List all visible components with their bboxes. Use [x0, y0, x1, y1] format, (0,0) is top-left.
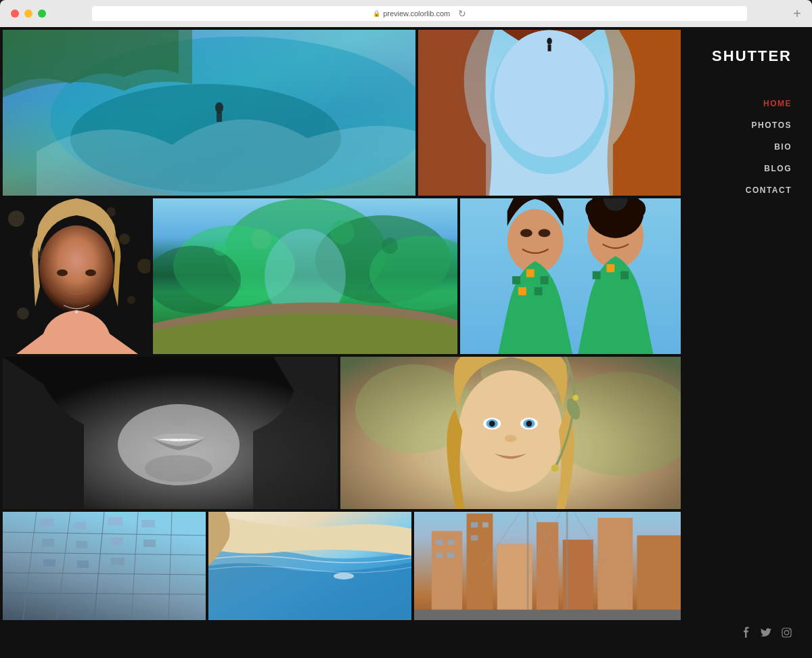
photo-cell-4-3[interactable]: [414, 512, 681, 620]
svg-rect-110: [436, 553, 443, 558]
traffic-light-yellow[interactable]: [24, 9, 32, 18]
photo-cell-2-1[interactable]: [3, 198, 150, 354]
gallery-row-1: [3, 30, 681, 196]
svg-rect-39: [541, 276, 549, 284]
photo-1-2-svg: [418, 30, 681, 196]
refresh-button[interactable]: ↻: [458, 8, 466, 19]
traffic-light-red[interactable]: [11, 9, 19, 18]
svg-rect-114: [471, 535, 478, 541]
svg-point-16: [17, 307, 29, 320]
twitter-icon[interactable]: [761, 627, 771, 638]
svg-point-34: [214, 242, 227, 256]
gallery-row-3: [3, 357, 681, 509]
svg-rect-112: [471, 522, 478, 527]
nav-item-blog[interactable]: BLOG: [764, 164, 792, 173]
svg-point-33: [382, 238, 398, 254]
svg-point-22: [85, 269, 96, 276]
svg-point-15: [127, 296, 135, 304]
photo-2-1-svg: [3, 198, 150, 354]
svg-point-66: [459, 370, 562, 491]
svg-rect-41: [535, 287, 543, 295]
app-container: SHUTTER HOME PHOTOS BIO BLOG CONTACT: [0, 27, 812, 658]
svg-rect-90: [141, 520, 155, 527]
gallery-row-4: [3, 512, 681, 620]
traffic-light-green[interactable]: [38, 9, 46, 18]
svg-rect-5: [217, 112, 222, 122]
svg-rect-113: [482, 522, 489, 527]
instagram-icon[interactable]: [781, 627, 792, 638]
photo-4-3-svg: [414, 512, 681, 620]
photo-cell-2-3[interactable]: [460, 198, 681, 354]
svg-point-123: [784, 630, 788, 634]
svg-rect-47: [621, 271, 629, 280]
svg-point-23: [75, 311, 78, 313]
svg-rect-93: [110, 538, 123, 546]
svg-point-20: [39, 225, 114, 313]
svg-point-13: [119, 234, 130, 244]
photo-cell-1-1[interactable]: [3, 30, 415, 196]
nav-item-home[interactable]: HOME: [763, 99, 792, 108]
svg-rect-121: [414, 610, 681, 620]
svg-rect-88: [74, 522, 86, 529]
browser-chrome: 🔒 preview.colorlib.com ↻ +: [0, 0, 812, 27]
svg-point-43: [539, 229, 551, 237]
social-links: [740, 627, 792, 638]
svg-rect-40: [518, 287, 526, 295]
svg-point-61: [171, 416, 187, 426]
sidebar: SHUTTER HOME PHOTOS BIO BLOG CONTACT: [683, 27, 812, 658]
svg-point-52: [626, 199, 646, 219]
svg-rect-91: [42, 539, 54, 547]
photo-gallery: [0, 27, 683, 658]
svg-rect-107: [637, 535, 681, 620]
photo-3-2-svg: [340, 357, 681, 509]
nav-item-photos[interactable]: PHOTOS: [752, 120, 792, 130]
svg-point-60: [145, 455, 212, 482]
svg-rect-37: [512, 276, 520, 284]
svg-point-71: [489, 420, 495, 426]
gallery-row-2: [3, 198, 681, 354]
nav-menu: HOME PHOTOS BIO BLOG CONTACT: [746, 99, 792, 195]
svg-point-74: [551, 464, 559, 472]
photo-cell-4-1[interactable]: [3, 512, 206, 620]
svg-point-12: [8, 211, 24, 227]
svg-point-9: [547, 38, 552, 45]
svg-rect-111: [447, 553, 454, 558]
svg-rect-46: [606, 264, 614, 272]
photo-cell-4-2[interactable]: [208, 512, 411, 620]
svg-point-99: [334, 573, 354, 579]
photo-2-2-svg: [153, 198, 457, 354]
photo-4-2-svg: [208, 512, 411, 620]
svg-rect-109: [447, 540, 454, 545]
photo-1-1-svg: [3, 30, 415, 196]
svg-rect-92: [76, 541, 87, 548]
photo-cell-2-2[interactable]: [153, 198, 457, 354]
svg-rect-10: [547, 45, 551, 51]
nav-item-bio[interactable]: BIO: [774, 142, 792, 152]
svg-rect-95: [43, 559, 55, 567]
facebook-icon[interactable]: [740, 627, 751, 638]
svg-point-32: [330, 220, 355, 244]
svg-point-4: [215, 102, 223, 113]
address-bar[interactable]: 🔒 preview.colorlib.com ↻: [92, 6, 747, 21]
svg-point-73: [505, 435, 516, 442]
svg-rect-102: [467, 513, 493, 620]
svg-rect-89: [108, 517, 122, 525]
new-tab-button[interactable]: +: [793, 7, 801, 20]
svg-rect-94: [143, 540, 156, 547]
site-logo: SHUTTER: [712, 47, 792, 65]
svg-point-124: [788, 629, 790, 630]
svg-rect-108: [436, 540, 443, 545]
lock-icon: 🔒: [373, 10, 380, 17]
svg-point-21: [57, 269, 68, 276]
photo-cell-3-1[interactable]: [3, 357, 338, 509]
svg-rect-96: [77, 561, 89, 568]
svg-rect-38: [526, 269, 535, 278]
svg-rect-45: [593, 271, 601, 280]
svg-point-72: [526, 420, 532, 426]
svg-rect-87: [40, 519, 53, 527]
nav-item-contact[interactable]: CONTACT: [746, 185, 792, 195]
photo-cell-3-2[interactable]: [340, 357, 681, 509]
svg-rect-77: [3, 512, 206, 620]
photo-cell-1-2[interactable]: [418, 30, 681, 196]
url-text: preview.colorlib.com: [383, 9, 450, 18]
